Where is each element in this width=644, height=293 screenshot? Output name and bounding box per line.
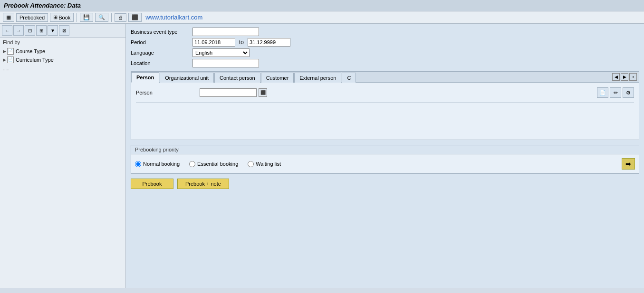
doc-icon-curriculum: 📄 <box>7 57 14 63</box>
tab-external-person[interactable]: External person <box>294 73 341 83</box>
arrow-icon-curriculum: ▶ <box>3 57 6 62</box>
back-btn[interactable]: ← <box>2 25 12 36</box>
settings-icon: ⚙ <box>626 90 631 96</box>
separator-2 <box>111 13 112 22</box>
find-btn[interactable]: 🔍 <box>95 13 108 22</box>
essential-booking-label: Essential booking <box>197 161 238 167</box>
priority-action-icon: ➡ <box>625 160 631 168</box>
separator-1 <box>77 13 77 22</box>
new-icon: 📄 <box>599 90 606 96</box>
form-section: Business event type Period to Language E… <box>131 28 639 67</box>
watermark-text: www.tutorialkart.com <box>145 14 202 21</box>
language-select[interactable]: English German French <box>192 48 250 57</box>
tab-org-unit[interactable]: Organizational unit <box>160 73 214 83</box>
language-row: Language English German French <box>131 48 639 57</box>
collapse-btn[interactable]: ⊠ <box>59 25 69 36</box>
nav-icon2: ⬛ <box>132 14 138 20</box>
sidebar-item-course-type[interactable]: ▶ 📄 Course Type <box>0 47 125 56</box>
person-action-btns: 📄 ✏ ⚙ <box>597 87 634 98</box>
find-by-label: Find by <box>0 38 125 47</box>
period-label: Period <box>131 39 192 45</box>
book-btn[interactable]: ⊞ Book <box>50 13 74 22</box>
sidebar-item-curriculum-type[interactable]: ▶ 📄 Curriculum Type <box>0 56 125 64</box>
business-event-label: Business event type <box>131 29 192 35</box>
toolbar: ▦ Prebooked ⊞ Book 💾 🔍 🖨 ⬛ www.tutorialk… <box>0 11 644 24</box>
period-to-label: to <box>239 39 244 46</box>
tabs-menu-btn[interactable]: ▪ <box>629 73 637 81</box>
edit-icon: ✏ <box>614 90 618 96</box>
period-row: Period to <box>131 38 639 47</box>
business-event-input[interactable] <box>192 28 259 36</box>
settings-person-btn[interactable]: ⚙ <box>623 87 634 98</box>
bottom-buttons: Prebook Prebook + note <box>131 179 639 189</box>
title-text: Prebook Attendance: Data <box>4 2 81 9</box>
tab-c-label: C <box>347 75 351 81</box>
nav-btn2[interactable]: ⬛ <box>128 13 142 22</box>
content-area: Business event type Period to Language E… <box>126 24 644 288</box>
tab-person[interactable]: Person <box>131 72 159 83</box>
sidebar: ← → ⊡ ⊞ ▼ ⊠ Find by ▶ 📄 Course Type ▶ 📄 … <box>0 24 126 288</box>
period-to-input[interactable] <box>248 38 290 47</box>
tab-customer[interactable]: Customer <box>261 73 294 83</box>
doc-icon-course: 📄 <box>7 48 14 55</box>
tab-person-label: Person <box>136 75 154 80</box>
tabs-nav: ◀ ▶ ▪ <box>612 73 639 81</box>
person-field-label: Person <box>136 90 198 95</box>
main-container: ← → ⊡ ⊞ ▼ ⊠ Find by ▶ 📄 Course Type ▶ 📄 … <box>0 24 644 288</box>
prebook-note-button[interactable]: Prebook + note <box>177 179 229 189</box>
book-icon: ⊞ <box>53 14 58 20</box>
prebooked-btn[interactable]: Prebooked <box>16 13 48 22</box>
waiting-list-group: Waiting list <box>248 161 281 167</box>
edit-person-btn[interactable]: ✏ <box>610 87 621 98</box>
person-row: Person ⬛ 📄 ✏ ⚙ <box>136 87 634 98</box>
display-btn[interactable]: ▦ <box>3 13 14 22</box>
select-btn[interactable]: ⊞ <box>36 25 47 36</box>
course-type-label: Course Type <box>16 48 45 54</box>
person-browse-btn[interactable]: ⬛ <box>259 88 267 97</box>
prebooked-label: Prebooked <box>19 15 45 20</box>
tab-org-unit-label: Organizational unit <box>165 75 209 81</box>
nav-icon1: 🖨 <box>118 15 123 20</box>
new-person-btn[interactable]: 📄 <box>597 87 608 98</box>
filter-btn[interactable]: ▼ <box>48 25 58 36</box>
tab-c[interactable]: C <box>342 73 356 83</box>
normal-booking-label: Normal booking <box>143 161 180 167</box>
person-input-group: Person ⬛ <box>136 88 267 97</box>
essential-booking-group: Essential booking <box>189 161 238 167</box>
sidebar-toolbar: ← → ⊡ ⊞ ▼ ⊠ <box>0 24 125 38</box>
title-bar: Prebook Attendance: Data <box>0 0 644 11</box>
location-row: Location <box>131 59 639 67</box>
priority-action-btn[interactable]: ➡ <box>622 158 635 170</box>
tab-contact-person[interactable]: Contact person <box>214 73 260 83</box>
business-event-row: Business event type <box>131 28 639 36</box>
period-from-input[interactable] <box>192 38 235 47</box>
save-btn[interactable]: 💾 <box>80 13 93 22</box>
nav-btn1[interactable]: 🖨 <box>115 13 126 22</box>
normal-booking-group: Normal booking <box>135 161 180 167</box>
zoom-btn[interactable]: ⊡ <box>25 25 35 36</box>
forward-btn[interactable]: → <box>13 25 24 36</box>
tabs-header: Person Organizational unit Contact perso… <box>131 72 639 83</box>
sidebar-dots: ..... <box>0 64 125 73</box>
prebook-button[interactable]: Prebook <box>131 179 173 189</box>
normal-booking-radio[interactable] <box>135 161 141 167</box>
tab-external-person-label: External person <box>299 75 336 81</box>
waiting-list-radio[interactable] <box>248 161 254 167</box>
priority-content: Normal booking Essential booking Waiting… <box>131 154 639 173</box>
browse-icon: ⬛ <box>260 90 266 95</box>
waiting-list-label: Waiting list <box>256 161 281 167</box>
tab-separator <box>136 103 634 103</box>
tab-contact-person-label: Contact person <box>220 75 255 81</box>
save-icon: 💾 <box>83 14 90 20</box>
tabs-prev-btn[interactable]: ◀ <box>612 73 620 81</box>
tabs-next-btn[interactable]: ▶ <box>621 73 628 81</box>
essential-booking-radio[interactable] <box>189 161 195 167</box>
person-input[interactable] <box>200 88 257 97</box>
tabs-container: Person Organizational unit Contact perso… <box>131 71 639 140</box>
priority-header: Prebooking priority <box>131 145 639 154</box>
display-icon: ▦ <box>6 14 11 20</box>
arrow-icon-course: ▶ <box>3 49 6 54</box>
location-input[interactable] <box>192 59 259 67</box>
book-label: Book <box>58 15 70 20</box>
tab-content-person: Person ⬛ 📄 ✏ ⚙ <box>131 83 639 140</box>
